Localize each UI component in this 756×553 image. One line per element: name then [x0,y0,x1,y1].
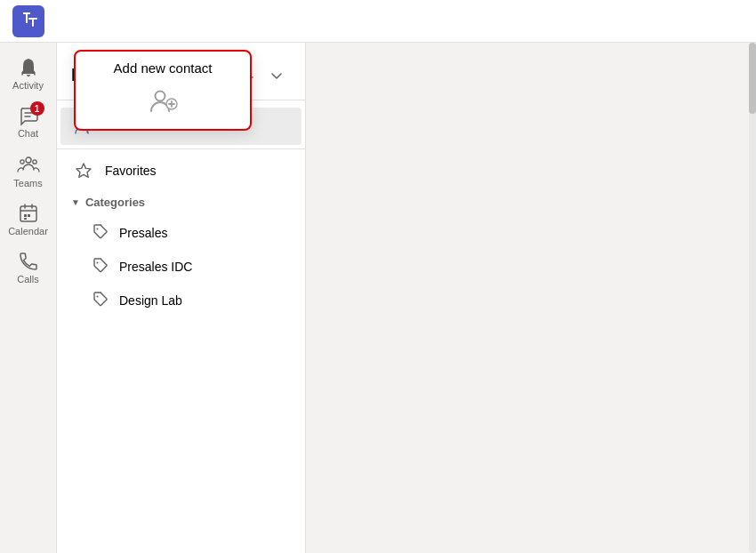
presales-idc-label: Presales IDC [119,260,192,274]
svg-point-6 [20,160,23,164]
svg-rect-14 [24,218,27,220]
svg-rect-2 [32,18,34,27]
svg-rect-0 [12,5,44,37]
categories-label: Categories [85,196,145,209]
calendar-label: Calendar [8,226,48,236]
svg-point-5 [26,157,31,163]
teams-nav-icon [17,153,40,176]
svg-rect-8 [20,206,36,221]
add-contact-icon [147,84,179,116]
presales-label: Presales [119,226,167,240]
right-area [306,43,756,553]
chat-badge: 1 [30,101,44,116]
activity-label: Activity [12,80,44,91]
add-contact-tooltip: Add new contact [74,50,252,131]
svg-point-25 [97,262,99,264]
calls-icon [18,251,39,272]
svg-point-15 [156,92,165,101]
chat-icon: 1 [18,105,39,126]
top-bar [0,0,756,43]
more-options-button[interactable] [262,60,291,89]
teams-logo [11,4,46,39]
contact-list: All contacts Favorites ▼ Categories [57,100,305,553]
tag-icon-presales-idc [92,257,109,276]
sidebar-item-activity[interactable]: Activity [0,50,56,98]
design-lab-label: Design Lab [119,293,182,308]
sidebar-item-chat[interactable]: 1 Chat [0,98,56,146]
svg-point-26 [97,296,99,298]
calendar-icon [18,203,39,224]
svg-rect-12 [24,214,27,217]
tag-icon-design-lab [92,291,109,310]
tooltip-text: Add new contact [114,60,213,76]
chat-label: Chat [18,128,38,139]
sidebar-item-calendar[interactable]: Calendar [0,196,56,244]
categories-chevron: ▼ [71,197,80,207]
left-nav: Activity 1 Chat [0,43,57,553]
tag-icon-presales [92,223,109,243]
tooltip-icon-area [92,81,234,116]
favorites-label: Favorites [105,164,157,178]
favorites-icon [75,162,92,180]
main-layout: Activity 1 Chat [0,43,756,553]
sidebar-panel: Add new contact People [57,43,306,553]
svg-point-24 [97,228,99,230]
teams-label: Teams [13,178,42,188]
svg-point-7 [32,160,36,164]
sidebar-item-teams[interactable]: Teams [0,146,56,196]
activity-icon [18,57,39,78]
categories-header[interactable]: ▼ Categories [57,188,305,216]
svg-rect-13 [28,214,30,217]
category-presales-idc[interactable]: Presales IDC [60,250,302,284]
sidebar-item-calls[interactable]: Calls [0,244,56,292]
category-design-lab[interactable]: Design Lab [60,284,302,317]
favorites-item[interactable]: Favorites [60,153,302,188]
category-presales[interactable]: Presales [60,216,302,250]
calls-label: Calls [17,274,38,285]
divider-1 [57,148,305,149]
